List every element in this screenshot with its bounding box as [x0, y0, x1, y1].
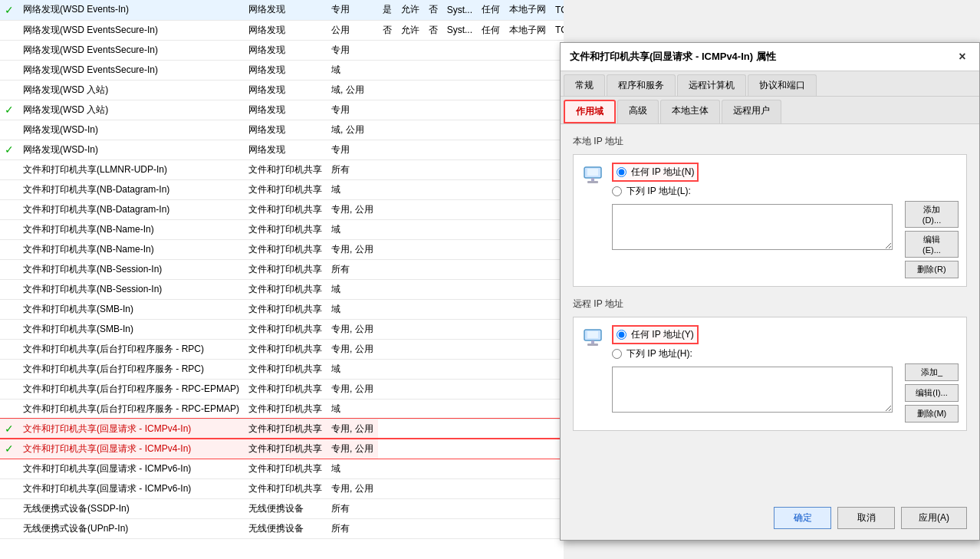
tab-advanced[interactable]: 高级 [617, 100, 659, 123]
local-list-ip-row: 下列 IP 地址(L): [612, 185, 959, 198]
row-group: 文件和打印机共享 [244, 219, 327, 239]
table-row[interactable]: 网络发现(WSD-In)网络发现域, 公用 [0, 120, 564, 140]
table-row[interactable]: 文件和打印机共享(回显请求 - ICMPv6-In)文件和打印机共享域 [0, 459, 564, 478]
row-group: 网络发现 [244, 100, 327, 120]
row-col9: 本地子网 [505, 20, 551, 40]
table-row[interactable]: ✓网络发现(WSD-In)网络发现专用 [0, 140, 564, 159]
row-allow: 允许 [396, 0, 424, 20]
table-row[interactable]: 网络发现(WSD EventsSecure-In)网络发现公用否允许否Syst.… [0, 20, 564, 40]
table-row[interactable]: 文件和打印机共享(回显请求 - ICMPv6-In)文件和打印机共享专用, 公用 [0, 478, 564, 498]
remote-edit-button[interactable]: 编辑(I)... [905, 384, 959, 402]
row-profile: 专用 [327, 140, 378, 159]
row-col9: 本地子网 [505, 0, 551, 20]
tab-remote-user[interactable]: 远程用户 [722, 100, 781, 123]
table-row[interactable]: 无线便携式设备(SSDP-In)无线便携设备所有 [0, 498, 564, 518]
row-name: 网络发现(WSD Events-In) [18, 0, 244, 20]
row-group: 文件和打印机共享 [244, 379, 327, 399]
local-list-ip-radio[interactable] [612, 186, 622, 196]
row-profile: 域 [327, 60, 378, 80]
table-row[interactable]: 文件和打印机共享(后台打印程序服务 - RPC)文件和打印机共享专用, 公用 [0, 339, 564, 359]
dialog-body: 本地 IP 地址 任何 IP 地址(N) [561, 124, 979, 452]
row-profile: 域 [327, 179, 378, 199]
tab-programs[interactable]: 程序和服务 [607, 74, 676, 96]
table-row[interactable]: ✓网络发现(WSD Events-In)网络发现专用是允许否Syst...任何本… [0, 0, 564, 20]
row-name: 文件和打印机共享(回显请求 - ICMPv6-In) [18, 478, 244, 498]
row-name: 网络发现(WSD EventsSecure-In) [18, 60, 244, 80]
local-ip-section-title: 本地 IP 地址 [573, 135, 967, 148]
table-row[interactable]: ✓文件和打印机共享(回显请求 - ICMPv4-In)文件和打印机共享专用, 公… [0, 419, 564, 439]
table-row[interactable]: 文件和打印机共享(NB-Name-In)文件和打印机共享专用, 公用 [0, 239, 564, 259]
tab-local-principal[interactable]: 本地主体 [660, 100, 720, 123]
row-profile: 所有 [327, 159, 378, 179]
local-any-ip-highlight: 任何 IP 地址(N) [612, 163, 699, 182]
row-name: 文件和打印机共享(回显请求 - ICMPv4-In) [18, 419, 244, 439]
remote-list-ip-label: 下列 IP 地址(H): [626, 347, 692, 360]
tabs-row-2: 作用域 高级 本地主体 远程用户 [561, 97, 979, 124]
row-check [0, 459, 18, 478]
table-row[interactable]: 文件和打印机共享(SMB-In)文件和打印机共享域 [0, 299, 564, 319]
row-name: 文件和打印机共享(NB-Name-In) [18, 239, 244, 259]
apply-button[interactable]: 应用(A) [901, 507, 967, 529]
table-row[interactable]: 文件和打印机共享(后台打印程序服务 - RPC-EPMAP)文件和打印机共享专用… [0, 379, 564, 399]
local-any-ip-radio[interactable] [617, 167, 626, 177]
table-row[interactable]: 文件和打印机共享(NB-Name-In)文件和打印机共享域 [0, 219, 564, 239]
svg-rect-6 [591, 340, 594, 344]
row-col6: 否 [424, 0, 442, 20]
table-row[interactable]: 文件和打印机共享(LLMNR-UDP-In)文件和打印机共享所有 [0, 159, 564, 179]
row-allow: 允许 [396, 20, 424, 40]
local-list-ip-label: 下列 IP 地址(L): [626, 185, 691, 198]
table-row[interactable]: 文件和打印机共享(SMB-In)文件和打印机共享专用, 公用 [0, 319, 564, 339]
local-ip-list-area: 添加(D)... 编辑(E)... 删除(R) [612, 201, 959, 278]
table-row[interactable]: 网络发现(WSD EventsSecure-In)网络发现域 [0, 60, 564, 80]
row-name: 文件和打印机共享(NB-Session-In) [18, 259, 244, 279]
table-row[interactable]: 网络发现(WSD EventsSecure-In)网络发现专用 [0, 40, 564, 60]
table-row[interactable]: 文件和打印机共享(后台打印程序服务 - RPC)文件和打印机共享域 [0, 359, 564, 379]
table-row[interactable]: ✓文件和打印机共享(回显请求 - ICMPv4-In)文件和打印机共享专用, 公… [0, 439, 564, 459]
properties-dialog: 文件和打印机共享(回显请求 - ICMPv4-In) 属性 × 常规 程序和服务… [560, 42, 980, 541]
tab-general[interactable]: 常规 [564, 74, 605, 96]
table-row[interactable]: 文件和打印机共享(后台打印程序服务 - RPC-EPMAP)文件和打印机共享域 [0, 399, 564, 419]
row-check [0, 60, 18, 80]
tabs-row-1: 常规 程序和服务 远程计算机 协议和端口 [561, 71, 979, 97]
table-row[interactable]: 文件和打印机共享(NB-Datagram-In)文件和打印机共享域 [0, 179, 564, 199]
row-name: 文件和打印机共享(SMB-In) [18, 319, 244, 339]
row-name: 无线便携式设备(UPnP-In) [18, 518, 244, 538]
row-group: 文件和打印机共享 [244, 299, 327, 319]
remote-any-ip-radio[interactable] [617, 330, 626, 340]
row-check [0, 259, 18, 279]
remote-delete-button[interactable]: 删除(M) [905, 405, 959, 423]
row-check: ✓ [0, 0, 18, 20]
remote-ip-buttons: 添加_ 编辑(I)... 删除(M) [905, 363, 959, 423]
table-row[interactable]: 无线便携式设备(UPnP-In)无线便携设备所有 [0, 518, 564, 538]
local-add-button[interactable]: 添加(D)... [905, 201, 959, 228]
local-delete-button[interactable]: 删除(R) [905, 261, 959, 278]
row-name: 文件和打印机共享(NB-Session-In) [18, 279, 244, 299]
tab-protocol-port[interactable]: 协议和端口 [748, 74, 817, 96]
row-profile: 域 [327, 279, 378, 299]
svg-rect-7 [587, 344, 598, 346]
row-col7: Syst... [442, 20, 477, 40]
row-check [0, 159, 18, 179]
table-row[interactable]: 文件和打印机共享(NB-Session-In)文件和打印机共享所有 [0, 259, 564, 279]
close-button[interactable]: × [955, 49, 970, 64]
remote-list-ip-radio[interactable] [612, 349, 622, 359]
remote-list-ip-row: 下列 IP 地址(H): [612, 347, 959, 360]
table-row[interactable]: ✓网络发现(WSD 入站)网络发现专用 [0, 100, 564, 120]
ok-button[interactable]: 确定 [774, 507, 831, 529]
row-check: ✓ [0, 100, 18, 120]
cancel-button[interactable]: 取消 [837, 507, 895, 529]
tab-scope[interactable]: 作用域 [564, 100, 616, 123]
remote-add-button[interactable]: 添加_ [905, 363, 959, 381]
row-group: 网络发现 [244, 120, 327, 140]
row-check [0, 179, 18, 199]
local-edit-button[interactable]: 编辑(E)... [905, 231, 959, 258]
table-row[interactable]: 文件和打印机共享(NB-Session-In)文件和打印机共享域 [0, 279, 564, 299]
row-profile: 域 [327, 219, 378, 239]
row-group: 文件和打印机共享 [244, 179, 327, 199]
row-group: 文件和打印机共享 [244, 279, 327, 299]
table-row[interactable]: 文件和打印机共享(NB-Datagram-In)文件和打印机共享专用, 公用 [0, 199, 564, 219]
row-group: 无线便携设备 [244, 498, 327, 518]
table-row[interactable]: 网络发现(WSD 入站)网络发现域, 公用 [0, 80, 564, 100]
row-name: 文件和打印机共享(回显请求 - ICMPv4-In) [18, 439, 244, 459]
tab-remote-computer[interactable]: 远程计算机 [677, 74, 746, 96]
